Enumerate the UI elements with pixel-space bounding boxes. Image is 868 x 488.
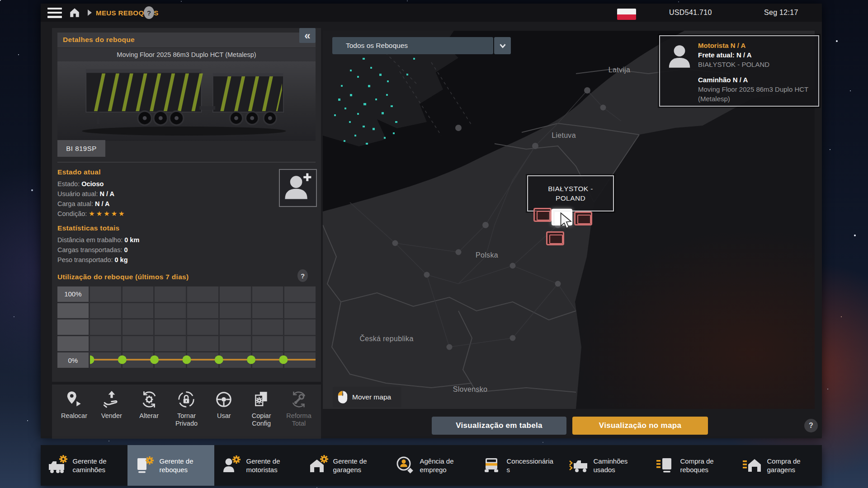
map-label-polska: Polska <box>476 251 498 259</box>
chart-data-point <box>90 356 94 364</box>
trailer-name: Moving Floor 2025 86m3 Duplo HCT (Metale… <box>57 48 316 61</box>
info-truck: Caminhão N / A <box>698 75 815 84</box>
trailer-marker[interactable] <box>546 231 564 245</box>
desktop: { "topbar": { "breadcrumb": "MEUS REBOQU… <box>0 0 868 488</box>
distance-value: 0 km <box>124 236 139 244</box>
chart-data-point <box>247 356 255 364</box>
pin-arrow-icon <box>65 390 84 409</box>
make-private-button[interactable]: Tornar Privado <box>169 390 204 427</box>
chart-data-point <box>150 356 159 364</box>
nav-dealerships[interactable]: Concessionárias <box>475 445 561 486</box>
chart-data-point <box>118 356 127 364</box>
cargo-count-value: 0 <box>124 246 127 253</box>
copy-gear-icon <box>252 390 271 409</box>
nav-driver-manager[interactable]: Gerente de motoristas <box>214 445 301 486</box>
dropdown-chevron-button[interactable] <box>494 37 511 54</box>
info-trailer: Moving Floor 2025 86m3 Duplo HCT (Metale… <box>698 84 815 103</box>
nav-garage-purchase[interactable]: Compra de garagens <box>735 445 822 486</box>
panel-title: Detalhes do reboque <box>63 36 135 44</box>
cargo-count-label: Cargas transportadas: <box>57 246 122 253</box>
total-stats-section: Estatísticas totais Distância em trabalh… <box>57 224 139 265</box>
utilization-title: Utilização do reboque (últimos 7 dias) <box>57 273 189 281</box>
buy-trailer-icon <box>655 455 676 476</box>
poland-flag-icon <box>617 9 636 20</box>
total-stats-title: Estatísticas totais <box>57 224 139 232</box>
used-truck-icon <box>568 455 590 476</box>
trailer-info-box: Motorista N / A Frete atual: N / A BIAŁY… <box>659 35 819 107</box>
chart-y-label-cell <box>57 303 89 319</box>
map-view-button[interactable]: Visualização no mapa <box>572 417 708 435</box>
distance-label: Distância em trabalho: <box>57 236 123 244</box>
weight-label: Peso transportado: <box>57 256 113 263</box>
move-map-label: Mover mapa <box>352 393 391 401</box>
chart-data-point <box>215 356 223 364</box>
info-location: BIAŁYSTOK - POLAND <box>698 60 815 69</box>
bottom-nav: Gerente de caminhões Gerente de reboques… <box>41 445 822 486</box>
chart-y-label-cell: 100% <box>57 286 89 302</box>
breadcrumb-arrow-icon <box>88 9 92 16</box>
nav-used-trucks[interactable]: Caminhões usados <box>561 445 648 486</box>
assign-driver-button[interactable] <box>279 169 317 207</box>
garage-gear-icon <box>307 455 329 476</box>
driver-avatar <box>665 42 693 72</box>
table-view-button[interactable]: Visualização em tabela <box>432 417 566 435</box>
map-label-latvija: Latvija <box>609 66 630 74</box>
weight-value: 0 kg <box>115 256 128 263</box>
chart-y-label-cell: 0% <box>57 352 89 368</box>
use-button[interactable]: Usar <box>206 390 241 427</box>
gear-cycle-icon <box>140 390 159 409</box>
mouse-icon <box>337 390 348 404</box>
current-cargo-value: N / A <box>95 200 110 207</box>
trailer-gear-icon <box>134 455 156 476</box>
utilization-section: Utilização do reboque (últimos 7 dias) <box>57 273 189 284</box>
trailer-actions-bar: Realocar Vender <box>52 382 321 439</box>
help-icon[interactable]: ? <box>144 6 154 19</box>
utilization-chart-plot <box>90 286 316 368</box>
nav-garage-manager[interactable]: Gerente de garagens <box>301 445 388 486</box>
truck-front-icon <box>481 455 503 476</box>
divider <box>57 162 316 163</box>
info-driver: Motorista N / A <box>698 41 815 50</box>
menu-icon[interactable] <box>47 8 62 18</box>
trailer-details-panel: Detalhes do reboque « Moving Floor 2025 … <box>52 28 321 436</box>
current-user-label: Usuário atual: <box>57 190 98 197</box>
trailer-filter-dropdown[interactable]: Todos os Reboques <box>332 37 493 54</box>
home-icon[interactable] <box>69 7 80 19</box>
map-corner-glow <box>561 219 815 409</box>
current-state-title: Estado atual <box>57 168 126 176</box>
steering-wheel-icon <box>214 390 233 409</box>
info-freight: Frete atual: N / A <box>698 50 815 60</box>
starfield <box>0 0 1 1</box>
trailer-marker[interactable] <box>574 211 592 225</box>
full-overhaul-button: Reforma Total <box>281 390 316 427</box>
current-cargo-label: Carga atual: <box>57 200 93 207</box>
nav-truck-manager[interactable]: Gerente de caminhões <box>41 445 127 486</box>
relocate-button[interactable]: Realocar <box>57 390 92 427</box>
trailer-image <box>57 61 316 141</box>
nav-trailer-purchase[interactable]: Compra de reboques <box>648 445 735 486</box>
sell-button[interactable]: Vender <box>94 390 129 427</box>
city-tooltip-text: BIAŁYSTOK - POLAND <box>537 184 604 203</box>
chart-help-icon[interactable]: ? <box>297 269 308 282</box>
game-time: Seg 12:17 <box>764 9 798 17</box>
license-plate: BI 819SP <box>57 140 105 157</box>
truck-gear-icon <box>47 455 69 476</box>
modify-button[interactable]: Alterar <box>132 390 167 427</box>
chart-y-label-cell <box>57 319 89 335</box>
nav-trailer-manager[interactable]: Gerente de reboques <box>127 445 214 486</box>
bottom-help-icon[interactable]: ? <box>804 419 818 432</box>
current-state-section: Estado atual Estado:Ocioso Usuário atual… <box>57 168 126 219</box>
chevron-down-icon <box>498 41 508 51</box>
wrench-cycle-icon <box>289 390 308 409</box>
nav-job-agency[interactable]: Agência de emprego <box>388 445 475 486</box>
copy-config-button[interactable]: Copiar Config <box>244 390 279 427</box>
main-window: MEUS REBOQUES ? USD541.710 Seg 12:17 Det… <box>41 4 822 438</box>
lock-circle-icon <box>177 390 196 409</box>
buy-garage-icon <box>741 455 763 476</box>
state-value: Ocioso <box>81 180 104 188</box>
map-label-slovensko: Slovensko <box>453 385 488 394</box>
trailer-marker[interactable] <box>533 208 552 222</box>
condition-stars: ★★★★★ <box>89 210 126 218</box>
collapse-panel-button[interactable]: « <box>299 28 316 43</box>
chart-y-label-cell <box>57 336 89 352</box>
